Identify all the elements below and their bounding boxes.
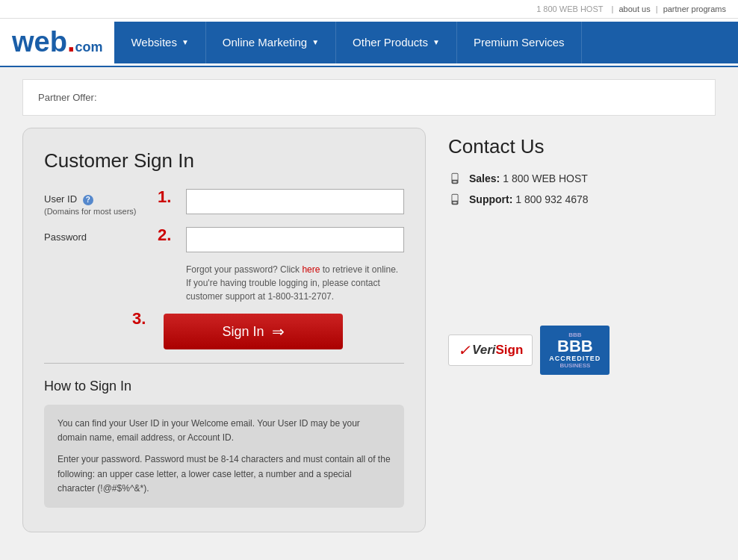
- chevron-down-icon: ▼: [311, 38, 319, 46]
- signin-title: Customer Sign In: [44, 149, 404, 172]
- partner-offer-box: Partner Offer:: [22, 79, 716, 116]
- verisign-sign: Sign: [496, 343, 524, 358]
- bbb-badge: BBB BBB ACCREDITED BUSINESS: [540, 326, 610, 375]
- logo-dot: .: [67, 26, 75, 58]
- phone-icon: [448, 172, 462, 185]
- svg-rect-5: [452, 195, 457, 201]
- password-input[interactable]: [186, 227, 404, 252]
- svg-rect-4: [453, 202, 456, 204]
- step3-number: 3.: [132, 309, 146, 329]
- help-icon[interactable]: ?: [83, 195, 93, 205]
- how-to-para1: You can find your User ID in your Welcom…: [58, 417, 391, 445]
- chevron-down-icon: ▼: [182, 38, 189, 46]
- verisign-badge: ✓ VeriSign: [448, 335, 533, 366]
- nav-item-premium-services[interactable]: Premium Services: [457, 22, 582, 63]
- support-number: 1 800 932 4678: [515, 193, 588, 205]
- content-wrapper: Partner Offer: Customer Sign In User ID …: [10, 67, 728, 544]
- nav-item-websites[interactable]: Websites ▼: [114, 22, 205, 63]
- logo-web: web: [12, 26, 67, 58]
- userid-label-group: User ID ? (Domains for most users): [44, 189, 164, 217]
- signin-button[interactable]: Sign In ⇒: [164, 314, 343, 349]
- bbb-accredited-label: ACCREDITED: [549, 355, 601, 362]
- svg-rect-1: [453, 181, 456, 183]
- sales-number: 1 800 WEB HOST: [503, 172, 588, 184]
- nav-item-online-marketing[interactable]: Online Marketing ▼: [206, 22, 336, 63]
- password-label: Password: [44, 231, 87, 243]
- svg-rect-2: [452, 174, 457, 180]
- trust-badges: ✓ VeriSign BBB BBB ACCREDITED BUSINESS: [448, 326, 716, 375]
- header: web.com Websites ▼ Online Marketing ▼ Ot…: [0, 19, 738, 67]
- how-to-title: How to Sign In: [44, 379, 404, 394]
- logo[interactable]: web.com: [12, 19, 114, 66]
- contact-title: Contact Us: [448, 135, 716, 158]
- how-to-box: You can find your User ID in your Welcom…: [44, 405, 404, 508]
- how-to-para2: Enter your password. Password must be 8-…: [58, 452, 391, 496]
- verisign-label: Veri: [472, 343, 496, 358]
- password-row: Password 2.: [44, 227, 404, 252]
- phone-icon-2: [448, 193, 462, 206]
- support-row: Support: 1 800 932 4678: [448, 193, 716, 206]
- top-bar: 1 800 WEB HOST | about us | partner prog…: [0, 0, 738, 19]
- userid-label: User ID: [44, 193, 77, 205]
- separator2: |: [656, 4, 658, 13]
- step2-number: 2.: [158, 227, 171, 243]
- logo-com: com: [75, 40, 102, 55]
- signin-btn-row: 3. Sign In ⇒: [164, 314, 404, 349]
- forgot-password-text: Forgot your password? Click here to retr…: [186, 263, 404, 303]
- signin-arrow-icon: ⇒: [272, 323, 285, 340]
- separator1: |: [612, 4, 614, 13]
- main-nav: Websites ▼ Online Marketing ▼ Other Prod…: [114, 22, 738, 63]
- bbb-main-label: BBB: [549, 338, 601, 355]
- contact-box: Contact Us Sales: 1 800 WEB HOST Support…: [441, 128, 716, 532]
- password-label-group: Password: [44, 227, 164, 243]
- sales-label: Sales:: [469, 172, 500, 184]
- about-link[interactable]: about us: [618, 4, 650, 13]
- bbb-business-label: BUSINESS: [549, 362, 601, 369]
- signin-box: Customer Sign In User ID ? (Domains for …: [22, 128, 426, 532]
- divider: [44, 363, 404, 364]
- top-phone: 1 800 WEB HOST: [536, 4, 603, 13]
- userid-sublabel: (Domains for most users): [44, 207, 136, 216]
- userid-input[interactable]: [186, 189, 404, 214]
- forgot-link[interactable]: here: [302, 264, 320, 275]
- verisign-check-icon: ✓: [458, 341, 471, 359]
- main-section: Customer Sign In User ID ? (Domains for …: [22, 128, 716, 532]
- chevron-down-icon: ▼: [432, 38, 440, 46]
- partner-link[interactable]: partner programs: [663, 4, 726, 13]
- sales-row: Sales: 1 800 WEB HOST: [448, 172, 716, 185]
- partner-offer-label: Partner Offer:: [38, 92, 97, 103]
- userid-row: User ID ? (Domains for most users) 1.: [44, 189, 404, 217]
- nav-item-other-products[interactable]: Other Products ▼: [336, 22, 457, 63]
- support-label: Support:: [469, 193, 512, 205]
- step1-number: 1.: [158, 189, 171, 205]
